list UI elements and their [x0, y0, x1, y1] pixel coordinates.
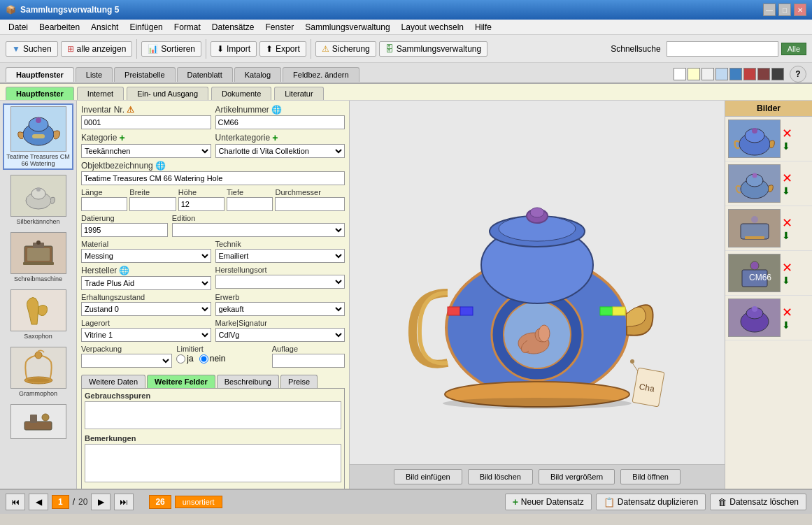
- auflage-input[interactable]: [272, 354, 345, 368]
- lagerort-select[interactable]: Vitrine 1: [81, 328, 211, 342]
- thumb-delete-5[interactable]: ✕: [782, 306, 792, 319]
- suchen-button[interactable]: ▼ Suchen: [6, 41, 58, 57]
- swatch-dark-red[interactable]: [757, 68, 770, 80]
- sammlungsverwaltung-button[interactable]: 🗄 Sammlungs­ver­waltung: [379, 41, 487, 57]
- thumb-down-1[interactable]: ⬇: [782, 141, 792, 151]
- window-controls[interactable]: — □ ✕: [763, 3, 806, 16]
- bild-loeschen-button[interactable]: Bild löschen: [468, 469, 533, 484]
- limitiert-nein-label[interactable]: nein: [199, 354, 226, 364]
- menu-datensaetze[interactable]: Datensätze: [206, 21, 260, 34]
- menu-fenster[interactable]: Fenster: [260, 21, 300, 34]
- tiefe-input[interactable]: [227, 197, 273, 211]
- limitiert-ja-label[interactable]: ja: [176, 354, 193, 364]
- verpackung-select[interactable]: [81, 354, 172, 368]
- herstellungsort-select[interactable]: [215, 275, 346, 289]
- unterkategorie-select[interactable]: Charlotte di Vita Collektion: [215, 144, 346, 158]
- datensatz-duplizieren-button[interactable]: 📋 Datensatz duplizieren: [596, 494, 706, 510]
- erwerb-select[interactable]: gekauft: [215, 302, 346, 316]
- nav-prev-button[interactable]: ◀: [29, 494, 48, 510]
- swatch-light[interactable]: [701, 68, 714, 80]
- menu-einfuegen[interactable]: Einfügen: [124, 21, 168, 34]
- menu-hilfe[interactable]: Hilfe: [469, 21, 497, 34]
- menu-datei[interactable]: Datei: [3, 21, 34, 34]
- swatch-dark[interactable]: [771, 68, 784, 80]
- close-button[interactable]: ✕: [794, 3, 806, 16]
- limitiert-nein-radio[interactable]: [199, 354, 208, 364]
- bemerkungen-textarea[interactable]: [85, 444, 341, 482]
- swatch-yellow[interactable]: [688, 68, 700, 80]
- sec-tab-ein-ausgang[interactable]: Ein- und Ausgang: [127, 87, 208, 100]
- thumb-down-2[interactable]: ⬇: [782, 186, 792, 196]
- sortieren-button[interactable]: 📊 Sortieren: [141, 41, 201, 57]
- maximize-button[interactable]: □: [778, 3, 791, 16]
- kategorie-select[interactable]: Teekännchen: [81, 144, 211, 158]
- inner-tab-weitere-daten[interactable]: Weitere Daten: [81, 375, 145, 388]
- datierung-input[interactable]: [81, 223, 168, 237]
- thumb-delete-2[interactable]: ✕: [782, 172, 792, 185]
- alle-anzeigen-button[interactable]: ⊞ alle anzeigen: [61, 41, 133, 57]
- swatch-blue[interactable]: [729, 68, 742, 80]
- menu-sammlungsverwaltung[interactable]: Sammlungsverwaltung: [299, 21, 395, 34]
- sidebar-item-5[interactable]: [3, 402, 73, 441]
- nav-next-button[interactable]: ▶: [91, 494, 111, 510]
- datensatz-loeschen-button[interactable]: 🗑 Datensatz löschen: [710, 494, 806, 510]
- nav-last-button[interactable]: ⏭: [114, 494, 134, 510]
- sidebar-item-3[interactable]: Saxophon: [3, 287, 73, 342]
- swatch-red[interactable]: [743, 68, 756, 80]
- objektbez-input[interactable]: [81, 171, 345, 185]
- hoehe-input[interactable]: [178, 197, 225, 211]
- tab-preistabelle[interactable]: Preistabelle: [114, 67, 175, 82]
- bild-einfuegen-button[interactable]: Bild einfügen: [394, 469, 462, 484]
- neuer-datensatz-button[interactable]: + Neuer Datensatz: [505, 494, 592, 510]
- sec-tab-dokumente[interactable]: Dokumente: [211, 87, 271, 100]
- material-select[interactable]: Messing: [81, 249, 211, 263]
- thumb-delete-3[interactable]: ✕: [782, 217, 792, 229]
- inventar-nr-input[interactable]: [81, 115, 211, 129]
- inner-tab-weitere-felder[interactable]: Weitere Felder: [147, 375, 215, 388]
- tab-datenblatt[interactable]: Datenblatt: [177, 67, 233, 82]
- bild-vergroessern-button[interactable]: Bild vergrößern: [539, 469, 615, 484]
- erhaltung-select[interactable]: Zustand 0: [81, 302, 211, 316]
- breite-input[interactable]: [129, 197, 176, 211]
- nav-first-button[interactable]: ⏮: [6, 494, 25, 510]
- hersteller-select[interactable]: Trade Plus Aid: [81, 276, 211, 290]
- artikelnummer-input[interactable]: [215, 115, 346, 129]
- import-button[interactable]: ⬇ Import: [211, 41, 257, 57]
- limitiert-ja-radio[interactable]: [176, 354, 185, 364]
- minimize-button[interactable]: —: [763, 3, 776, 16]
- thumb-down-5[interactable]: ⬇: [782, 320, 792, 330]
- thumb-down-4[interactable]: ⬇: [782, 275, 792, 285]
- sidebar-item-0[interactable]: Teatime Treasures CM 66 Watering: [3, 103, 73, 170]
- gebrauchs-textarea[interactable]: [85, 401, 341, 429]
- thumb-delete-4[interactable]: ✕: [782, 261, 792, 274]
- edition-select[interactable]: [172, 223, 345, 237]
- bild-oeffnen-button[interactable]: Bild öffnen: [620, 469, 681, 484]
- thumb-down-3[interactable]: ⬇: [782, 231, 792, 240]
- sec-tab-hauptfenster[interactable]: Hauptfenster: [6, 87, 74, 100]
- thumb-delete-1[interactable]: ✕: [782, 127, 792, 140]
- export-button[interactable]: ⬆ Export: [259, 41, 306, 57]
- inner-tab-beschreibung[interactable]: Beschreibung: [217, 375, 279, 388]
- swatch-white[interactable]: [674, 68, 686, 80]
- help-button[interactable]: ?: [790, 66, 806, 82]
- sidebar-item-4[interactable]: Grammophon: [3, 345, 73, 399]
- menu-ansicht[interactable]: Ansicht: [85, 21, 124, 34]
- quicksearch-input[interactable]: [667, 41, 778, 57]
- unterkategorie-add-icon[interactable]: +: [272, 132, 278, 143]
- swatch-blue-light[interactable]: [715, 68, 728, 80]
- tab-hauptfenster[interactable]: Hauptfenster: [6, 67, 74, 82]
- sec-tab-internet[interactable]: Internet: [77, 87, 124, 100]
- alle-button[interactable]: Alle: [781, 43, 806, 55]
- menu-format[interactable]: Format: [169, 21, 206, 34]
- tab-feldbez[interactable]: Feldbez. ändern: [283, 67, 359, 82]
- kategorie-add-icon[interactable]: +: [119, 132, 124, 143]
- tab-liste[interactable]: Liste: [76, 67, 113, 82]
- marke-select[interactable]: CdlVg: [215, 328, 346, 342]
- menu-bearbeiten[interactable]: Bearbeiten: [34, 21, 85, 34]
- tab-katalog[interactable]: Katalog: [234, 67, 281, 82]
- menu-layout-wechseln[interactable]: Layout wechseln: [396, 21, 469, 34]
- sicherung-button[interactable]: ⚠ Sicherung: [315, 41, 376, 57]
- laenge-input[interactable]: [81, 197, 127, 211]
- technik-select[interactable]: Emailiert: [215, 249, 346, 263]
- sidebar-item-1[interactable]: Silberkännchen: [3, 173, 73, 227]
